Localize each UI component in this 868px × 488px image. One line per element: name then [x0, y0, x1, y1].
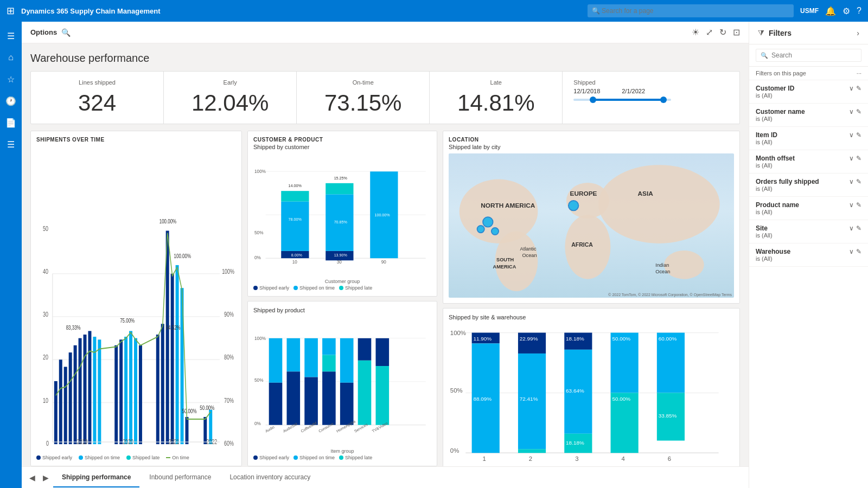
- sidebar-icon-doc[interactable]: 📄: [1, 113, 21, 132]
- kpi-slider-handle-left[interactable]: [590, 97, 596, 103]
- svg-rect-17: [64, 367, 67, 444]
- svg-rect-94: [358, 360, 372, 425]
- svg-rect-31: [139, 345, 142, 444]
- tab-nav-prev[interactable]: ◀: [26, 471, 39, 484]
- filters-more-icon[interactable]: ···: [857, 70, 861, 76]
- kpi-ontime: On-time 73.15%: [297, 72, 430, 124]
- help-icon[interactable]: ?: [857, 6, 861, 16]
- tab-shipping[interactable]: Shipping performance: [53, 468, 139, 487]
- svg-rect-93: [358, 338, 372, 360]
- svg-text:30: 30: [43, 311, 48, 318]
- filter-edit-icon[interactable]: ✎: [856, 224, 861, 232]
- svg-rect-21: [84, 335, 87, 444]
- filter-expand-icon[interactable]: ∨: [849, 108, 854, 115]
- content-area: Options 🔍 ☀ ⤢ ↻ ⊡ Warehouse performance …: [22, 22, 749, 488]
- location-title: LOCATION: [449, 137, 734, 143]
- svg-rect-24: [98, 339, 101, 444]
- filter-expand-icon[interactable]: ∨: [849, 248, 854, 255]
- filter-item[interactable]: Customer name ∨ ✎ is (All): [749, 104, 868, 127]
- filter-expand-icon[interactable]: ∨: [849, 224, 854, 232]
- svg-rect-33: [156, 335, 159, 444]
- filter-expand-icon[interactable]: ∨: [849, 131, 854, 139]
- tab-nav-next[interactable]: ▶: [40, 471, 52, 484]
- svg-text:10: 10: [292, 260, 298, 265]
- svg-text:Ocean: Ocean: [655, 269, 670, 274]
- sidebar-icon-star[interactable]: ☆: [1, 69, 21, 89]
- svg-text:6: 6: [668, 455, 671, 462]
- toolbar-refresh-icon[interactable]: ↻: [719, 27, 726, 37]
- left-sidebar: ☰ ⌂ ☆ 🕐 📄 ☰: [0, 22, 22, 488]
- svg-point-122: [492, 228, 499, 235]
- svg-rect-30: [134, 338, 137, 444]
- search-icon: 🔍: [592, 7, 600, 15]
- svg-rect-22: [88, 331, 91, 444]
- toolbar-expand-icon[interactable]: ⤢: [706, 27, 713, 37]
- filter-item[interactable]: Warehouse ∨ ✎ is (All): [749, 243, 868, 267]
- kpi-slider-handle-right[interactable]: [660, 97, 667, 103]
- svg-text:10: 10: [43, 396, 48, 404]
- svg-rect-83: [269, 382, 283, 425]
- svg-text:4: 4: [621, 455, 624, 462]
- svg-text:Ocean: Ocean: [522, 253, 537, 258]
- svg-text:100%: 100%: [254, 336, 266, 341]
- svg-text:13.90%: 13.90%: [334, 253, 348, 258]
- filters-chevron-right[interactable]: ›: [857, 29, 859, 37]
- sidebar-icon-list[interactable]: ☰: [1, 134, 21, 154]
- filter-search-input[interactable]: [771, 52, 857, 59]
- map-panel: LOCATION Shipped late by city: [443, 131, 740, 304]
- by-product-subtitle: Shipped by product: [253, 307, 431, 313]
- svg-rect-88: [322, 338, 336, 355]
- notification-icon[interactable]: 🔔: [825, 6, 836, 16]
- filter-item[interactable]: Month offset ∨ ✎ is (All): [749, 150, 868, 174]
- filter-edit-icon[interactable]: ✎: [856, 201, 861, 209]
- map-watermark: © 2022 TomTom, © 2022 Microsoft Corporat…: [608, 293, 732, 297]
- filter-edit-icon[interactable]: ✎: [856, 248, 861, 255]
- filter-item[interactable]: Customer ID ∨ ✎ is (All): [749, 80, 868, 104]
- kpi-slider[interactable]: [573, 99, 671, 101]
- sidebar-icon-menu[interactable]: ☰: [1, 26, 21, 46]
- filter-edit-icon[interactable]: ✎: [856, 108, 861, 115]
- filter-expand-icon[interactable]: ∨: [849, 201, 854, 209]
- svg-text:100%: 100%: [254, 169, 266, 174]
- legend-late: Shipped late: [126, 455, 159, 460]
- svg-rect-136: [518, 449, 546, 453]
- svg-text:50.00%: 50.00%: [200, 405, 214, 411]
- sidebar-icon-home[interactable]: ⌂: [1, 48, 21, 67]
- svg-rect-60: [281, 202, 309, 251]
- kpi-shipped-dates: 12/1/2018 2/1/2022: [573, 88, 729, 94]
- filter-item[interactable]: Item ID ∨ ✎ is (All): [749, 127, 868, 150]
- tab-location[interactable]: Location inventory accuracy: [221, 468, 319, 487]
- svg-rect-15: [54, 381, 58, 444]
- filter-expand-icon[interactable]: ∨: [849, 155, 854, 162]
- svg-text:11.90%: 11.90%: [473, 336, 492, 342]
- filter-expand-icon[interactable]: ∨: [849, 85, 854, 92]
- top-nav: ⊞ Dynamics 365 Supply Chain Management 🔍…: [0, 0, 868, 22]
- kpi-late-label: Late: [441, 79, 551, 86]
- svg-text:100.00%: 100.00%: [374, 213, 390, 217]
- svg-text:50%: 50%: [254, 377, 263, 382]
- settings-icon[interactable]: ⚙: [843, 6, 850, 16]
- filter-edit-icon[interactable]: ✎: [856, 85, 861, 92]
- kpi-shipped-label: Shipped: [573, 79, 729, 86]
- shipments-legend: Shipped early Shipped on time Shipped la…: [36, 455, 236, 460]
- search-input[interactable]: [588, 4, 794, 17]
- toolbar-window-icon[interactable]: ⊡: [733, 27, 740, 37]
- filters-list: Customer ID ∨ ✎ is (All) Customer name ∨…: [749, 80, 868, 488]
- sidebar-icon-clock[interactable]: 🕐: [1, 91, 21, 111]
- nav-grid-icon[interactable]: ⊞: [7, 5, 15, 17]
- svg-point-121: [477, 226, 484, 233]
- svg-text:8.00%: 8.00%: [291, 253, 303, 258]
- filter-item[interactable]: Product name ∨ ✎ is (All): [749, 197, 868, 220]
- svg-text:78.00%: 78.00%: [289, 217, 302, 222]
- filter-edit-icon[interactable]: ✎: [856, 131, 861, 139]
- filter-item[interactable]: Site ∨ ✎ is (All): [749, 220, 868, 243]
- tab-inbound[interactable]: Inbound performance: [141, 468, 220, 487]
- svg-text:0: 0: [46, 439, 49, 447]
- filter-item[interactable]: Orders fully shipped ∨ ✎ is (All): [749, 174, 868, 197]
- filter-expand-icon[interactable]: ∨: [849, 178, 854, 185]
- map-svg: NORTH AMERICA SOUTH AMERICA Atlantic Oce…: [449, 153, 734, 298]
- toolbar-search-icon[interactable]: 🔍: [61, 28, 71, 37]
- filter-edit-icon[interactable]: ✎: [856, 178, 861, 185]
- filter-edit-icon[interactable]: ✎: [856, 155, 861, 162]
- toolbar-sunlight-icon[interactable]: ☀: [692, 27, 699, 37]
